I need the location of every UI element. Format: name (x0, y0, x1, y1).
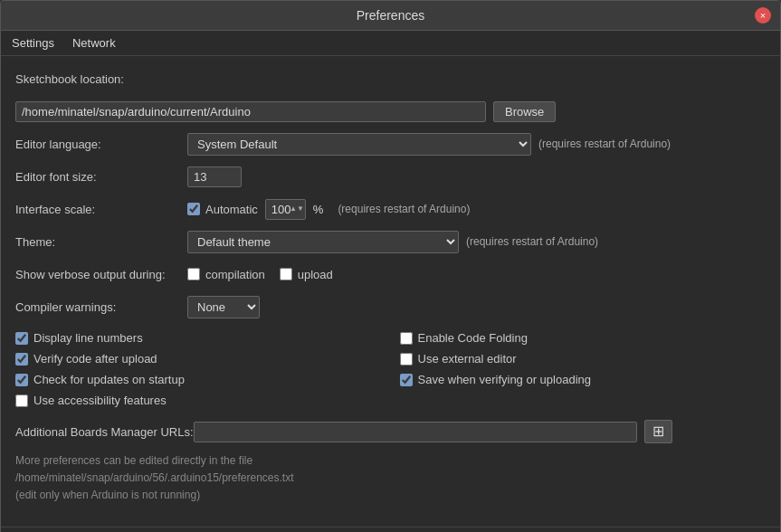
editor-language-select[interactable]: System Default (187, 133, 531, 156)
verbose-row: Show verbose output during: compilation … (15, 262, 766, 286)
verbose-compilation-checkbox[interactable] (187, 268, 200, 280)
accessibility-checkbox[interactable] (15, 394, 28, 407)
verbose-upload-checkbox[interactable] (280, 268, 292, 280)
auto-label: Automatic (205, 203, 258, 216)
scale-section: Automatic ▲▼ % (requires restart of Ardu… (187, 199, 470, 220)
check-updates-checkbox[interactable] (15, 374, 28, 386)
verbose-compilation-label: compilation (205, 268, 265, 281)
external-editor-item: Use external editor (400, 352, 767, 366)
close-button[interactable]: × (755, 7, 771, 24)
save-verify-label: Save when verifying or uploading (418, 373, 592, 386)
code-folding-checkbox[interactable] (400, 332, 413, 345)
menu-network[interactable]: Network (69, 34, 119, 52)
compiler-warnings-label: Compiler warnings: (15, 300, 187, 314)
footer: OK Cancel (1, 527, 780, 532)
scale-spinner: ▲▼ (265, 199, 306, 220)
verbose-upload-item: upload (280, 268, 333, 281)
browse-button[interactable]: Browse (493, 101, 556, 122)
external-editor-label: Use external editor (418, 352, 517, 366)
auto-checkbox[interactable] (187, 203, 200, 215)
info-line2: /home/minatel/snap/arduino/56/.arduino15… (15, 470, 766, 487)
menu-settings[interactable]: Settings (8, 34, 58, 52)
content-area: Sketchbook location: Browse Editor langu… (1, 56, 780, 527)
verify-code-item: Verify code after upload (15, 352, 382, 366)
save-verify-checkbox[interactable] (400, 374, 413, 386)
theme-label: Theme: (15, 235, 187, 249)
sketchbook-row: Sketchbook location: (15, 67, 766, 90)
percent-label: % (313, 203, 324, 216)
check-updates-label: Check for updates on startup (33, 373, 185, 386)
verbose-compilation-item: compilation (187, 268, 265, 281)
menu-bar: Settings Network (1, 31, 780, 56)
sketchbook-path-input[interactable] (15, 101, 486, 122)
scale-note: (requires restart of Arduino) (338, 203, 470, 215)
title-bar: Preferences × (1, 1, 780, 31)
dialog-title: Preferences (357, 8, 424, 23)
verify-code-checkbox[interactable] (15, 353, 28, 366)
info-text: More preferences can be edited directly … (15, 452, 766, 505)
editor-font-input[interactable] (187, 166, 242, 187)
sketchbook-path-row: Browse (15, 100, 766, 123)
accessibility-item: Use accessibility features (15, 394, 382, 407)
list-button[interactable]: ⊞ (644, 420, 672, 443)
save-verify-item: Save when verifying or uploading (400, 373, 767, 386)
verbose-upload-label: upload (298, 268, 333, 281)
interface-scale-row: Interface scale: Automatic ▲▼ % (require… (15, 197, 766, 221)
verbose-checkboxes: compilation upload (187, 268, 333, 281)
code-folding-item: Enable Code Folding (400, 331, 767, 345)
editor-language-label: Editor language: (15, 138, 187, 151)
preferences-dialog: Preferences × Settings Network Sketchboo… (0, 0, 781, 532)
verify-code-label: Verify code after upload (33, 352, 157, 366)
compiler-warnings-select[interactable]: None Default More All (187, 296, 260, 318)
additional-urls-row: Additional Boards Manager URLs: ⊞ (15, 420, 766, 443)
sketchbook-label: Sketchbook location: (15, 72, 187, 86)
scale-arrows[interactable]: ▲▼ (290, 205, 304, 213)
additional-urls-label: Additional Boards Manager URLs: (15, 425, 194, 439)
checkboxes-grid: Display line numbers Enable Code Folding… (15, 328, 766, 411)
close-icon: × (760, 11, 766, 21)
interface-scale-label: Interface scale: (15, 203, 187, 216)
theme-note: (requires restart of Arduino) (466, 235, 598, 248)
compiler-warnings-row: Compiler warnings: None Default More All (15, 295, 766, 318)
list-icon: ⊞ (652, 423, 664, 439)
external-editor-checkbox[interactable] (400, 353, 413, 366)
editor-language-row: Editor language: System Default (require… (15, 132, 766, 156)
accessibility-label: Use accessibility features (33, 394, 167, 407)
additional-urls-input[interactable] (194, 422, 637, 442)
verbose-label: Show verbose output during: (15, 268, 187, 281)
theme-select[interactable]: Default theme (187, 231, 459, 253)
display-line-numbers-item: Display line numbers (15, 331, 382, 345)
info-line3: (edit only when Arduino is not running) (15, 487, 766, 504)
theme-row: Theme: Default theme (requires restart o… (15, 230, 766, 253)
editor-font-row: Editor font size: (15, 165, 766, 188)
display-line-numbers-label: Display line numbers (33, 331, 143, 345)
info-line1: More preferences can be edited directly … (15, 452, 766, 470)
editor-font-label: Editor font size: (15, 170, 187, 184)
display-line-numbers-checkbox[interactable] (15, 332, 28, 345)
editor-language-note: (requires restart of Arduino) (538, 138, 671, 150)
check-updates-item: Check for updates on startup (15, 373, 382, 386)
auto-checkbox-item: Automatic (187, 203, 258, 216)
code-folding-label: Enable Code Folding (418, 331, 528, 345)
